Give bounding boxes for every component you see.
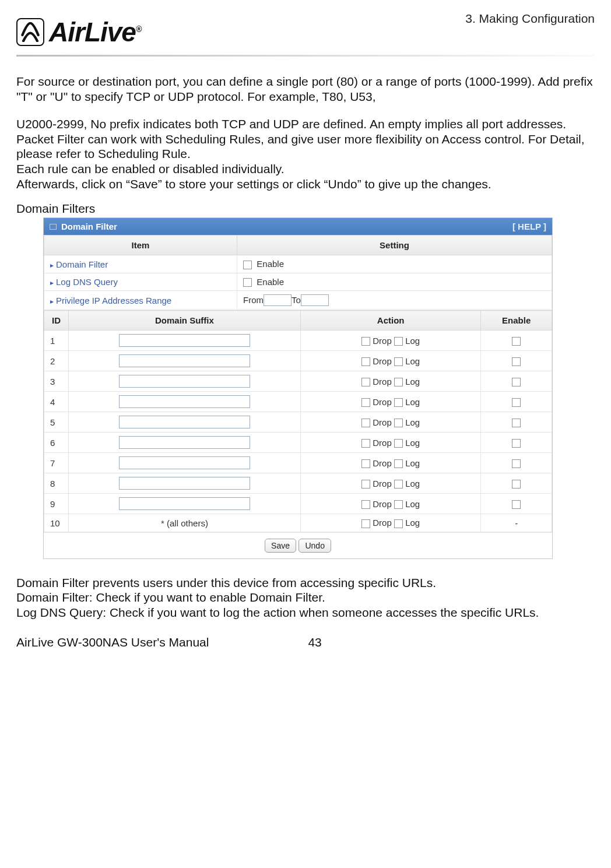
footer-page: 43 [308, 635, 321, 649]
intro-paragraph-4: Afterwards, click on “Save” to store you… [16, 177, 595, 192]
log-label: Log [405, 438, 420, 448]
undo-button[interactable]: Undo [299, 539, 331, 553]
log-checkbox[interactable] [394, 480, 403, 489]
domain-suffix-input[interactable] [119, 436, 250, 449]
domain-suffix-input[interactable] [119, 354, 250, 367]
log-label: Log [405, 377, 420, 386]
enable-checkbox[interactable] [512, 357, 521, 366]
domain-suffix-input[interactable] [119, 395, 250, 408]
trademark-icon: ® [136, 24, 141, 34]
log-dns-enable-checkbox[interactable] [243, 278, 252, 287]
drop-checkbox[interactable] [361, 500, 370, 509]
drop-label: Drop [373, 438, 392, 448]
log-checkbox[interactable] [394, 378, 403, 386]
log-checkbox[interactable] [394, 398, 403, 407]
row-id: 10 [44, 514, 69, 532]
log-checkbox[interactable] [394, 357, 403, 366]
enable-checkbox[interactable] [512, 500, 521, 509]
drop-label: Drop [373, 397, 392, 407]
header-setting: Setting [237, 236, 552, 255]
drop-checkbox[interactable] [361, 357, 370, 366]
drop-label: Drop [373, 377, 392, 386]
enable-checkbox[interactable] [512, 398, 521, 407]
enable-dash: - [481, 514, 552, 532]
drop-label: Drop [373, 356, 392, 366]
brand-text-2: Live [85, 17, 136, 47]
intro-paragraph-1: For source or destination port, you can … [16, 74, 595, 104]
row-id: 6 [44, 433, 69, 453]
table-row: 8 Drop Log [44, 473, 552, 494]
chevron-right-icon: ▸ [50, 297, 54, 305]
log-checkbox[interactable] [394, 519, 403, 528]
item-privilege-range: Privilege IP Addresses Range [56, 296, 171, 305]
log-label: Log [405, 417, 420, 427]
domain-suffix-input[interactable] [119, 497, 250, 510]
outro-text: Domain Filter prevents users under this … [16, 575, 595, 620]
table-row: 9 Drop Log [44, 494, 552, 514]
section-heading: Domain Filters [16, 202, 595, 216]
save-button[interactable]: Save [265, 539, 296, 553]
intro-paragraph-2: U2000-2999, No prefix indicates both TCP… [16, 117, 595, 161]
domain-suffix-input[interactable] [119, 416, 250, 428]
domain-filter-enable-checkbox[interactable] [243, 261, 252, 269]
log-checkbox[interactable] [394, 419, 403, 427]
drop-checkbox[interactable] [361, 398, 370, 407]
row-id: 5 [44, 412, 69, 433]
log-checkbox[interactable] [394, 500, 403, 509]
outro-paragraph-1: Domain Filter prevents users under this … [16, 575, 595, 591]
all-others-label: * (all others) [69, 514, 301, 532]
panel-title: Domain Filter [61, 222, 117, 231]
domain-suffix-input[interactable] [119, 456, 250, 469]
help-link[interactable]: [ HELP ] [512, 222, 546, 231]
row-id: 8 [44, 473, 69, 494]
header-divider [16, 55, 595, 57]
drop-label: Drop [373, 499, 392, 509]
drop-label: Drop [373, 458, 392, 468]
privilege-to-input[interactable] [301, 294, 329, 306]
header-action: Action [300, 311, 480, 331]
log-checkbox[interactable] [394, 439, 403, 448]
item-domain-filter: Domain Filter [56, 259, 108, 269]
row-id: 3 [44, 371, 69, 392]
log-checkbox[interactable] [394, 459, 403, 468]
enable-checkbox[interactable] [512, 378, 521, 386]
privilege-from-input[interactable] [264, 294, 292, 306]
footer-manual: AirLive GW-300NAS User's Manual [16, 635, 209, 649]
log-label: Log [405, 397, 420, 407]
drop-checkbox[interactable] [361, 459, 370, 468]
domain-suffix-input[interactable] [119, 477, 250, 490]
domain-suffix-input[interactable] [119, 375, 250, 388]
enable-checkbox[interactable] [512, 480, 521, 489]
from-label: From [243, 295, 264, 305]
drop-checkbox[interactable] [361, 439, 370, 448]
log-checkbox[interactable] [394, 337, 403, 346]
log-label: Log [405, 356, 420, 366]
drop-checkbox[interactable] [361, 480, 370, 489]
chevron-right-icon: ▸ [50, 279, 54, 287]
row-id: 2 [44, 351, 69, 371]
drop-label: Drop [373, 479, 392, 489]
log-label: Log [405, 499, 420, 509]
enable-checkbox[interactable] [512, 337, 521, 346]
outro-paragraph-3: Log DNS Query: Check if you want to log … [16, 605, 595, 620]
header-id: ID [44, 311, 69, 331]
chevron-right-icon: ▸ [50, 261, 54, 269]
log-label: Log [405, 479, 420, 489]
drop-checkbox[interactable] [361, 378, 370, 386]
drop-checkbox[interactable] [361, 337, 370, 346]
item-log-dns: Log DNS Query [56, 277, 118, 287]
brand-text-1: Air [49, 17, 85, 47]
enable-checkbox[interactable] [512, 459, 521, 468]
header-suffix: Domain Suffix [69, 311, 301, 331]
domain-suffix-input[interactable] [119, 334, 250, 347]
enable-checkbox[interactable] [512, 419, 521, 427]
drop-checkbox[interactable] [361, 519, 370, 528]
row-id: 9 [44, 494, 69, 514]
log-label: Log [405, 336, 420, 346]
to-label: To [292, 295, 301, 305]
enable-checkbox[interactable] [512, 439, 521, 448]
drop-checkbox[interactable] [361, 419, 370, 427]
table-row: 5 Drop Log [44, 412, 552, 433]
table-row: 4 Drop Log [44, 392, 552, 412]
log-dns-enable-label: Enable [257, 277, 284, 287]
